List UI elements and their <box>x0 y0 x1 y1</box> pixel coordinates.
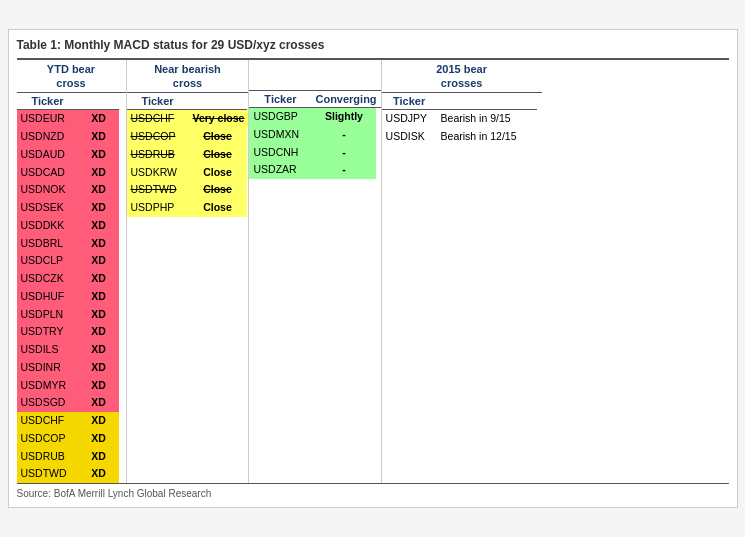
table-row: USDRUB XD <box>17 448 126 466</box>
table-row: USDCHF XD <box>17 412 126 430</box>
ticker-cell: USDCAD <box>17 164 79 182</box>
value-cell: - <box>311 126 376 144</box>
ticker-cell: USDBRL <box>17 235 79 253</box>
value-cell: XD <box>79 359 119 377</box>
value-cell: XD <box>79 465 119 483</box>
value-cell: XD <box>79 306 119 324</box>
value-cell: Very close <box>189 110 249 128</box>
ticker-cell: USDTWD <box>127 181 189 199</box>
conv-header <box>249 60 380 91</box>
value-cell: XD <box>79 341 119 359</box>
table-row: USDBRL XD <box>17 235 126 253</box>
section-ytd: YTD bear cross Ticker USDEUR XD USDNZD X… <box>17 60 127 483</box>
table-row: USDTWD Close <box>127 181 249 199</box>
value-cell: Close <box>189 128 247 146</box>
table-row: USDAUD XD <box>17 146 126 164</box>
table-row: USDCLP XD <box>17 252 126 270</box>
value-cell: - <box>311 144 376 162</box>
ticker-cell: USDCOP <box>127 128 189 146</box>
value-cell: Bearish in 9/15 <box>437 110 537 128</box>
ticker-cell: USDJPY <box>382 110 437 128</box>
table-row: USDCAD XD <box>17 164 126 182</box>
ticker-cell: USDSGD <box>17 394 79 412</box>
value-cell: Close <box>189 146 247 164</box>
ticker-cell: USDCLP <box>17 252 79 270</box>
ticker-cell: USDCZK <box>17 270 79 288</box>
main-container: Table 1: Monthly MACD status for 29 USD/… <box>8 29 738 508</box>
ticker-cell: USDEUR <box>17 110 79 128</box>
bear2015-rows: USDJPY Bearish in 9/15 USDISK Bearish in… <box>382 110 542 146</box>
table-row: USDCOP XD <box>17 430 126 448</box>
section-conv: Ticker Converging USDGBP Slightly USDMXN… <box>249 60 381 483</box>
ticker-cell: USDCNH <box>249 144 311 162</box>
ticker-cell: USDMYR <box>17 377 79 395</box>
table-title: Table 1: Monthly MACD status for 29 USD/… <box>17 38 729 52</box>
table-row: USDCZK XD <box>17 270 126 288</box>
ticker-cell: USDSEK <box>17 199 79 217</box>
ticker-cell: USDNOK <box>17 181 79 199</box>
ticker-cell: USDRUB <box>17 448 79 466</box>
value-cell: XD <box>79 235 119 253</box>
value-cell: XD <box>79 377 119 395</box>
value-cell: XD <box>79 110 119 128</box>
ticker-cell: USDGBP <box>249 108 311 126</box>
conv-value-header: Converging <box>311 91 380 108</box>
ticker-cell: USDTWD <box>17 465 79 483</box>
table-row: USDNZD XD <box>17 128 126 146</box>
table-row: USDNOK XD <box>17 181 126 199</box>
table-row: USDJPY Bearish in 9/15 <box>382 110 542 128</box>
value-cell: XD <box>79 217 119 235</box>
value-cell: - <box>311 161 376 179</box>
ticker-cell: USDPHP <box>127 199 189 217</box>
ticker-cell: USDINR <box>17 359 79 377</box>
table-row: USDPLN XD <box>17 306 126 324</box>
table-row: USDMYR XD <box>17 377 126 395</box>
ticker-cell: USDTRY <box>17 323 79 341</box>
conv-ticker-header: Ticker <box>249 91 311 108</box>
near-value-header <box>189 93 247 110</box>
bear2015-ticker-header: Ticker <box>382 93 437 110</box>
table-row: USDCNH - <box>249 144 380 162</box>
ytd-value-header <box>79 93 119 110</box>
table-row: USDDKK XD <box>17 217 126 235</box>
ticker-cell: USDRUB <box>127 146 189 164</box>
conv-rows: USDGBP Slightly USDMXN - USDCNH - USDZAR… <box>249 108 380 179</box>
ytd-col-headers: Ticker <box>17 93 126 110</box>
value-cell: XD <box>79 164 119 182</box>
ticker-cell: USDMXN <box>249 126 311 144</box>
ticker-cell: USDPLN <box>17 306 79 324</box>
value-cell: XD <box>79 128 119 146</box>
ytd-ticker-header: Ticker <box>17 93 79 110</box>
ticker-cell: USDAUD <box>17 146 79 164</box>
table-row: USDSGD XD <box>17 394 126 412</box>
table-row: USDEUR XD <box>17 110 126 128</box>
bear2015-header: 2015 bear crosses <box>382 60 542 94</box>
near-col-headers: Ticker <box>127 93 249 110</box>
ytd-rows: USDEUR XD USDNZD XD USDAUD XD USDCAD XD … <box>17 110 126 483</box>
table-row: USDHUF XD <box>17 288 126 306</box>
value-cell: Close <box>189 164 247 182</box>
table-row: USDISK Bearish in 12/15 <box>382 128 542 146</box>
ticker-cell: USDDKK <box>17 217 79 235</box>
ticker-cell: USDILS <box>17 341 79 359</box>
table-row: USDKRW Close <box>127 164 249 182</box>
value-cell: XD <box>79 448 119 466</box>
value-cell: XD <box>79 323 119 341</box>
value-cell: XD <box>79 199 119 217</box>
table-row: USDPHP Close <box>127 199 249 217</box>
section-2015: 2015 bear crosses Ticker USDJPY Bearish … <box>382 60 542 483</box>
ticker-cell: USDNZD <box>17 128 79 146</box>
table-row: USDZAR - <box>249 161 380 179</box>
value-cell: XD <box>79 252 119 270</box>
value-cell: XD <box>79 288 119 306</box>
ticker-cell: USDCHF <box>127 110 189 128</box>
section-near: Near bearish cross Ticker USDCHF Very cl… <box>127 60 250 483</box>
conv-col-headers: Ticker Converging <box>249 91 380 108</box>
table-row: USDTWD XD <box>17 465 126 483</box>
value-cell: XD <box>79 430 119 448</box>
bear2015-value-header <box>437 93 537 110</box>
value-cell: XD <box>79 270 119 288</box>
table-row: USDSEK XD <box>17 199 126 217</box>
ytd-header: YTD bear cross <box>17 60 126 94</box>
ticker-cell: USDCOP <box>17 430 79 448</box>
